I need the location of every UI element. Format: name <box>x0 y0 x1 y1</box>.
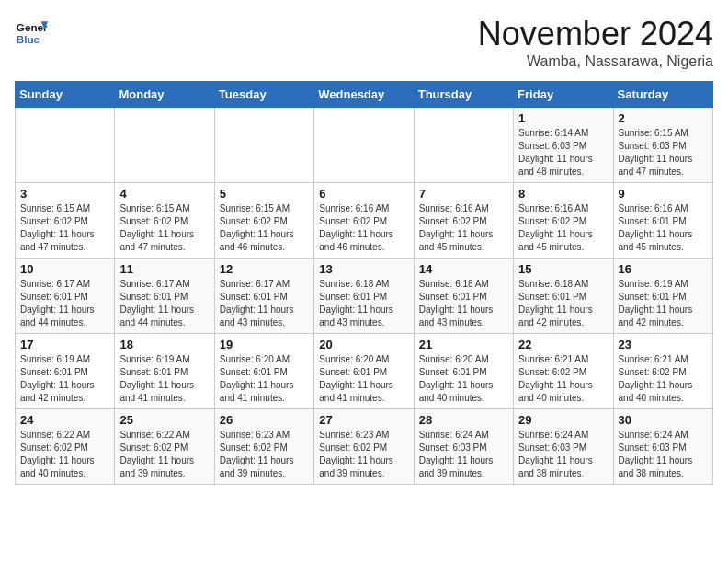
calendar-cell: 16Sunrise: 6:19 AM Sunset: 6:01 PM Dayli… <box>613 259 712 334</box>
day-number: 28 <box>419 413 508 427</box>
calendar-cell: 23Sunrise: 6:21 AM Sunset: 6:02 PM Dayli… <box>613 334 712 409</box>
day-number: 1 <box>518 111 608 125</box>
logo: General Blue <box>15 15 48 48</box>
day-number: 18 <box>119 338 209 351</box>
calendar-cell <box>115 108 214 183</box>
calendar-cell: 18Sunrise: 6:19 AM Sunset: 6:01 PM Dayli… <box>115 334 214 409</box>
day-number: 24 <box>20 413 109 427</box>
day-info: Sunrise: 6:19 AM Sunset: 6:01 PM Dayligh… <box>20 353 109 405</box>
calendar-cell: 14Sunrise: 6:18 AM Sunset: 6:01 PM Dayli… <box>414 259 513 334</box>
calendar-cell: 2Sunrise: 6:15 AM Sunset: 6:03 PM Daylig… <box>613 108 712 183</box>
day-number: 11 <box>119 262 209 276</box>
calendar-cell: 19Sunrise: 6:20 AM Sunset: 6:01 PM Dayli… <box>214 334 313 409</box>
calendar-week-row: 3Sunrise: 6:15 AM Sunset: 6:02 PM Daylig… <box>16 183 713 259</box>
day-header-saturday: Saturday <box>613 82 712 108</box>
day-info: Sunrise: 6:22 AM Sunset: 6:02 PM Dayligh… <box>119 429 209 480</box>
day-number: 14 <box>419 262 508 276</box>
day-number: 12 <box>220 262 309 276</box>
logo-icon: General Blue <box>15 15 48 48</box>
day-info: Sunrise: 6:18 AM Sunset: 6:01 PM Dayligh… <box>419 278 508 329</box>
month-title: November 2024 <box>478 15 713 53</box>
day-info: Sunrise: 6:18 AM Sunset: 6:01 PM Dayligh… <box>319 278 408 329</box>
day-number: 29 <box>518 413 608 427</box>
day-number: 2 <box>619 111 708 125</box>
calendar-cell: 20Sunrise: 6:20 AM Sunset: 6:01 PM Dayli… <box>314 334 414 409</box>
calendar-cell: 11Sunrise: 6:17 AM Sunset: 6:01 PM Dayli… <box>115 259 214 334</box>
day-number: 25 <box>119 413 209 427</box>
day-info: Sunrise: 6:15 AM Sunset: 6:03 PM Dayligh… <box>619 127 708 178</box>
day-info: Sunrise: 6:24 AM Sunset: 6:03 PM Dayligh… <box>619 429 708 480</box>
title-block: November 2024 Wamba, Nassarawa, Nigeria <box>478 15 713 70</box>
calendar-cell: 3Sunrise: 6:15 AM Sunset: 6:02 PM Daylig… <box>16 183 115 259</box>
calendar-cell: 15Sunrise: 6:18 AM Sunset: 6:01 PM Dayli… <box>514 259 613 334</box>
day-info: Sunrise: 6:16 AM Sunset: 6:01 PM Dayligh… <box>619 202 708 254</box>
day-number: 17 <box>20 338 109 351</box>
day-number: 23 <box>619 338 708 351</box>
calendar-header-row: SundayMondayTuesdayWednesdayThursdayFrid… <box>16 82 713 108</box>
day-number: 16 <box>619 262 708 276</box>
day-info: Sunrise: 6:16 AM Sunset: 6:02 PM Dayligh… <box>319 202 408 254</box>
day-info: Sunrise: 6:16 AM Sunset: 6:02 PM Dayligh… <box>518 202 608 254</box>
day-header-tuesday: Tuesday <box>214 82 313 108</box>
calendar-cell: 25Sunrise: 6:22 AM Sunset: 6:02 PM Dayli… <box>115 409 214 485</box>
calendar-cell: 26Sunrise: 6:23 AM Sunset: 6:02 PM Dayli… <box>214 409 313 485</box>
day-info: Sunrise: 6:23 AM Sunset: 6:02 PM Dayligh… <box>220 429 309 480</box>
day-info: Sunrise: 6:20 AM Sunset: 6:01 PM Dayligh… <box>220 353 309 405</box>
day-info: Sunrise: 6:19 AM Sunset: 6:01 PM Dayligh… <box>119 353 209 405</box>
day-number: 6 <box>319 187 408 201</box>
day-number: 26 <box>220 413 309 427</box>
calendar-cell: 17Sunrise: 6:19 AM Sunset: 6:01 PM Dayli… <box>16 334 115 409</box>
calendar-week-row: 10Sunrise: 6:17 AM Sunset: 6:01 PM Dayli… <box>16 259 713 334</box>
day-info: Sunrise: 6:16 AM Sunset: 6:02 PM Dayligh… <box>419 202 508 254</box>
day-info: Sunrise: 6:21 AM Sunset: 6:02 PM Dayligh… <box>518 353 608 405</box>
calendar-cell: 8Sunrise: 6:16 AM Sunset: 6:02 PM Daylig… <box>514 183 613 259</box>
day-number: 19 <box>220 338 309 351</box>
calendar-cell: 4Sunrise: 6:15 AM Sunset: 6:02 PM Daylig… <box>115 183 214 259</box>
calendar-cell: 1Sunrise: 6:14 AM Sunset: 6:03 PM Daylig… <box>514 108 613 183</box>
calendar-cell: 27Sunrise: 6:23 AM Sunset: 6:02 PM Dayli… <box>314 409 414 485</box>
day-header-friday: Friday <box>514 82 613 108</box>
calendar-cell <box>414 108 513 183</box>
calendar-cell: 24Sunrise: 6:22 AM Sunset: 6:02 PM Dayli… <box>16 409 115 485</box>
day-header-wednesday: Wednesday <box>314 82 414 108</box>
calendar-cell: 12Sunrise: 6:17 AM Sunset: 6:01 PM Dayli… <box>214 259 313 334</box>
calendar-cell <box>314 108 414 183</box>
day-number: 4 <box>119 187 209 201</box>
calendar-week-row: 17Sunrise: 6:19 AM Sunset: 6:01 PM Dayli… <box>16 334 713 409</box>
day-number: 8 <box>518 187 608 201</box>
day-number: 3 <box>20 187 109 201</box>
location-title: Wamba, Nassarawa, Nigeria <box>478 53 713 70</box>
day-info: Sunrise: 6:21 AM Sunset: 6:02 PM Dayligh… <box>619 353 708 405</box>
day-header-thursday: Thursday <box>414 82 513 108</box>
calendar-cell: 29Sunrise: 6:24 AM Sunset: 6:03 PM Dayli… <box>514 409 613 485</box>
day-info: Sunrise: 6:17 AM Sunset: 6:01 PM Dayligh… <box>119 278 209 329</box>
calendar-cell: 22Sunrise: 6:21 AM Sunset: 6:02 PM Dayli… <box>514 334 613 409</box>
day-number: 21 <box>419 338 508 351</box>
day-number: 5 <box>220 187 309 201</box>
calendar-cell: 5Sunrise: 6:15 AM Sunset: 6:02 PM Daylig… <box>214 183 313 259</box>
day-info: Sunrise: 6:20 AM Sunset: 6:01 PM Dayligh… <box>419 353 508 405</box>
calendar-cell: 13Sunrise: 6:18 AM Sunset: 6:01 PM Dayli… <box>314 259 414 334</box>
calendar-cell: 30Sunrise: 6:24 AM Sunset: 6:03 PM Dayli… <box>613 409 712 485</box>
calendar-week-row: 24Sunrise: 6:22 AM Sunset: 6:02 PM Dayli… <box>16 409 713 485</box>
calendar-cell <box>16 108 115 183</box>
day-info: Sunrise: 6:15 AM Sunset: 6:02 PM Dayligh… <box>119 202 209 254</box>
day-number: 7 <box>419 187 508 201</box>
calendar-cell: 10Sunrise: 6:17 AM Sunset: 6:01 PM Dayli… <box>16 259 115 334</box>
day-info: Sunrise: 6:20 AM Sunset: 6:01 PM Dayligh… <box>319 353 408 405</box>
day-number: 15 <box>518 262 608 276</box>
day-info: Sunrise: 6:24 AM Sunset: 6:03 PM Dayligh… <box>419 429 508 480</box>
calendar-cell: 6Sunrise: 6:16 AM Sunset: 6:02 PM Daylig… <box>314 183 414 259</box>
day-info: Sunrise: 6:15 AM Sunset: 6:02 PM Dayligh… <box>20 202 109 254</box>
day-number: 9 <box>619 187 708 201</box>
day-info: Sunrise: 6:18 AM Sunset: 6:01 PM Dayligh… <box>518 278 608 329</box>
day-info: Sunrise: 6:23 AM Sunset: 6:02 PM Dayligh… <box>319 429 408 480</box>
calendar-cell: 28Sunrise: 6:24 AM Sunset: 6:03 PM Dayli… <box>414 409 513 485</box>
page-header: General Blue November 2024 Wamba, Nassar… <box>15 15 713 70</box>
day-number: 22 <box>518 338 608 351</box>
day-info: Sunrise: 6:17 AM Sunset: 6:01 PM Dayligh… <box>20 278 109 329</box>
day-header-sunday: Sunday <box>16 82 115 108</box>
calendar-cell: 9Sunrise: 6:16 AM Sunset: 6:01 PM Daylig… <box>613 183 712 259</box>
day-number: 30 <box>619 413 708 427</box>
day-number: 10 <box>20 262 109 276</box>
